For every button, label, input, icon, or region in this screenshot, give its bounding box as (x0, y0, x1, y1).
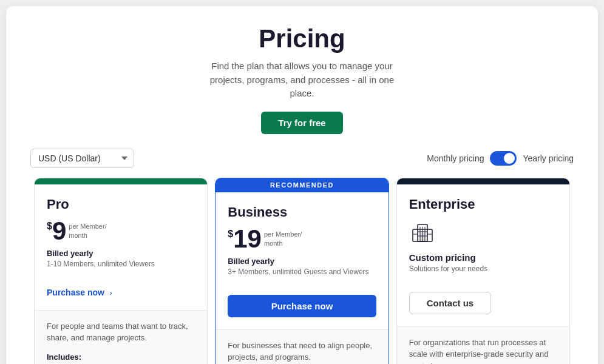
plan-top-enterprise: Enterprise (397, 184, 569, 292)
try-free-button[interactable]: Try for free (261, 112, 342, 134)
currency-select[interactable]: USD (US Dollar) EUR (Euro) GBP (British … (30, 149, 134, 168)
currency-selector-wrapper: USD (US Dollar) EUR (Euro) GBP (British … (30, 149, 134, 168)
custom-pricing: Custom pricing Solutions for your needs (409, 252, 557, 274)
plan-name-enterprise: Enterprise (409, 197, 557, 212)
plan-name-pro: Pro (47, 197, 195, 212)
plan-features-business: For businesses that need to align people… (215, 329, 388, 365)
features-header-pro: Includes: (47, 352, 195, 362)
billing-info-pro: Billed yearly 1-10 Members, unlimited Vi… (47, 249, 195, 269)
plan-top-business: Business $ 19 per Member/ month Billed y… (215, 192, 388, 295)
plan-features-pro: For people and teams that want to track,… (35, 310, 207, 365)
enterprise-icon (409, 218, 557, 248)
pricing-toggle: Monthly pricing Yearly pricing (427, 151, 574, 166)
features-desc-pro: For people and teams that want to track,… (47, 320, 195, 344)
price-meta-pro: per Member/ month (69, 222, 106, 241)
page-title: Pricing (30, 24, 574, 53)
page-container: Pricing Find the plan that allows you to… (6, 6, 598, 364)
plan-name-business: Business (228, 204, 376, 220)
price-row-pro: $ 9 per Member/ month (47, 218, 195, 244)
building-icon (409, 218, 436, 245)
purchase-button-business[interactable]: Purchase now (228, 295, 376, 317)
plan-cta-business: Purchase now (215, 295, 388, 329)
pricing-header: Pricing Find the plan that allows you to… (30, 24, 574, 134)
recommended-badge: RECOMMENDED (215, 178, 388, 192)
enterprise-bar (397, 178, 569, 184)
billing-info-business: Billed yearly 3+ Members, unlimited Gues… (228, 257, 376, 277)
controls-row: USD (US Dollar) EUR (Euro) GBP (British … (30, 149, 574, 168)
price-dollar-pro: $ (47, 221, 52, 232)
purchase-link-pro[interactable]: Purchase now (47, 288, 104, 297)
price-amount-pro: 9 (52, 218, 66, 244)
yearly-label: Yearly pricing (523, 153, 574, 163)
plan-cta-pro: Purchase now › (35, 287, 207, 310)
plan-cta-enterprise: Contact us (397, 292, 569, 326)
plan-card-enterprise: Enterprise (396, 178, 570, 365)
price-meta-business: per Member/ month (264, 230, 302, 249)
price-amount-business: 19 (233, 226, 262, 252)
plan-card-pro: Pro $ 9 per Member/ month Billed yearly … (34, 178, 208, 365)
plan-card-business: RECOMMENDED Business $ 19 per Member/ mo… (215, 178, 389, 365)
plans-grid: Pro $ 9 per Member/ month Billed yearly … (30, 178, 574, 365)
purchase-link-arrow: › (109, 288, 112, 297)
contact-button-enterprise[interactable]: Contact us (409, 292, 492, 314)
plan-features-enterprise: For organizations that run processes at … (397, 326, 569, 365)
features-desc-business: For businesses that need to align people… (228, 340, 376, 363)
features-desc-enterprise: For organizations that run processes at … (409, 337, 557, 365)
price-row-business: $ 19 per Member/ month (228, 226, 376, 252)
price-dollar-business: $ (228, 229, 233, 240)
billing-toggle[interactable] (490, 151, 517, 166)
plan-top-pro: Pro $ 9 per Member/ month Billed yearly … (35, 184, 207, 287)
page-subtitle: Find the plan that allows you to manage … (199, 59, 405, 101)
monthly-label: Monthly pricing (427, 153, 484, 163)
